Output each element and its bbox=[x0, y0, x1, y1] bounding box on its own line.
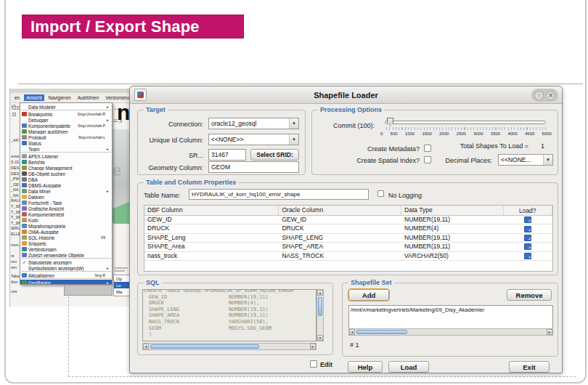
connections-icon bbox=[22, 247, 27, 251]
menu-item-dateien[interactable]: Dateien bbox=[20, 194, 112, 200]
menu-item-apex-listener[interactable]: APEX-Listener bbox=[20, 153, 112, 159]
commit-slider[interactable] bbox=[385, 121, 546, 124]
load-checkbox[interactable]: ✓ bbox=[524, 216, 531, 223]
menu-item-migrationsprojekte[interactable]: Migrationsprojekte bbox=[20, 223, 112, 229]
add-button[interactable]: Add bbox=[348, 289, 389, 301]
load-checkbox[interactable]: ✓ bbox=[524, 226, 531, 232]
shapefile-list-item[interactable]: /mnt/x/marketingvertrieb/Marketing/09_Di… bbox=[349, 306, 552, 314]
menu-item-data-miner[interactable]: Data Miner▸ bbox=[20, 188, 112, 194]
table-row[interactable]: SHAPE_LengSHAPE_LENGNUMBER(19,11)✓ bbox=[144, 234, 552, 243]
sql-vertical-scrollbar[interactable]: ▲ ▼ bbox=[317, 289, 324, 341]
menu-item-protokoll[interactable]: ProtokollStrg+Umschalt-L bbox=[20, 134, 112, 140]
create-metadata-checkbox[interactable] bbox=[424, 145, 431, 152]
close-icon[interactable]: ✕ bbox=[546, 91, 555, 100]
help-button[interactable]: Help bbox=[348, 361, 383, 373]
scroll-left-icon[interactable]: ◄ bbox=[349, 329, 355, 335]
tree-node-fragment: RAU bbox=[11, 198, 20, 203]
menu-item-breakpoints[interactable]: BreakpointsStrg+Umschalt-R bbox=[20, 111, 112, 117]
menu-item-label: Verbindungen bbox=[28, 247, 105, 252]
dialog-titlebar[interactable]: Shapefile Loader ↑ ✕ bbox=[130, 86, 562, 104]
load-button[interactable]: Load bbox=[388, 361, 429, 373]
menubar-item-navigieren[interactable]: Navigieren bbox=[46, 94, 73, 101]
submenu-item-fragment[interactable]: Lo bbox=[114, 282, 129, 288]
shapefile-loader-dialog: Shapefile Loader ↑ ✕ Target Connection: … bbox=[129, 86, 563, 373]
menu-item-zuletzt-verwendete-objekte[interactable]: Zuletzt verwendete Objekte bbox=[20, 252, 112, 258]
remove-button[interactable]: Remove bbox=[507, 289, 552, 301]
menu-item-label: Grafische Ansicht bbox=[28, 206, 105, 211]
migration-projects-icon bbox=[22, 224, 27, 228]
edit-checkbox[interactable] bbox=[310, 360, 317, 368]
placeholder-dashed-border bbox=[68, 376, 576, 377]
create-spatial-index-checkbox[interactable] bbox=[424, 156, 431, 163]
menu-item-status[interactable]: Status bbox=[20, 140, 112, 146]
scrollbar-thumb[interactable] bbox=[318, 297, 322, 316]
column-header-load[interactable]: Load? bbox=[504, 206, 552, 215]
menu-item-debugger[interactable]: Debugger▸ bbox=[20, 117, 112, 123]
sql-preview-textarea[interactable]: CREATE TABLE GEOSQL.HYDRAULIK_UF_KORR_HQ… bbox=[142, 289, 317, 341]
menu-item-georaptor[interactable]: GeoRaptor▸ bbox=[20, 280, 112, 285]
menu-item-symbolleisten-anzeigen-w[interactable]: Symbolleisten anzeigen(W)▸ bbox=[20, 265, 112, 271]
menu-item-komponententest[interactable]: Komponententest bbox=[20, 211, 112, 217]
menu-item-sql-historie[interactable]: SQL-HistorieF8 bbox=[20, 235, 112, 240]
sql-column-name: SHAPE_AREA bbox=[149, 312, 179, 318]
menu-item-berichte[interactable]: Berichte bbox=[20, 159, 112, 165]
scrollbar-thumb[interactable] bbox=[356, 330, 407, 334]
commit-slider-handle[interactable] bbox=[387, 118, 393, 126]
menubar-item-ansicht[interactable]: Ansicht bbox=[24, 94, 44, 101]
scroll-right-icon[interactable]: ► bbox=[310, 344, 316, 349]
submenu-item-fragment[interactable]: Op bbox=[114, 275, 129, 282]
table-name-input[interactable]: HYDRAULIK_uf_korr_hq100_error_shape bbox=[189, 189, 369, 200]
load-checkbox[interactable]: ✓ bbox=[524, 243, 531, 250]
chevron-down-icon: ▼ bbox=[289, 134, 298, 145]
menu-item-grafische-ansicht[interactable]: Grafische Ansicht bbox=[20, 206, 112, 211]
scroll-up-icon[interactable]: ▲ bbox=[317, 290, 323, 296]
load-checkbox[interactable]: ✓ bbox=[524, 235, 531, 241]
shapefile-list-horizontal-scrollbar[interactable]: ◄ ► bbox=[348, 328, 553, 336]
menu-item-komponentenpalette[interactable]: KomponentenpaletteStrg+Umschalt-P bbox=[20, 123, 112, 129]
exit-button[interactable]: Exit bbox=[509, 361, 550, 373]
tree-node-fragment: ren bbox=[11, 259, 17, 264]
table-row[interactable]: nass_trockNASS_TROCKVARCHAR2(50)✓ bbox=[144, 252, 552, 261]
menubar-item-ausf-hren[interactable]: Ausführen bbox=[75, 94, 102, 101]
menu-item-change-management[interactable]: Change Management bbox=[20, 165, 112, 171]
menu-item-data-modeler[interactable]: Data Modeler▸ bbox=[20, 104, 112, 110]
table-row[interactable]: DRUCKDRUCKNUMBER(4)✓ bbox=[144, 224, 552, 233]
table-row[interactable]: GEW_IDGEW_IDNUMBER(19,11)✓ bbox=[144, 216, 552, 224]
geometry-column-input[interactable]: GEOM bbox=[208, 161, 299, 173]
menu-item-statusleiste-anzeigen[interactable]: ✓Statusleiste anzeigen bbox=[20, 259, 112, 265]
decimal-places-combo[interactable]: <<NONE... ▼ bbox=[498, 154, 553, 166]
menu-item-aktualisieren[interactable]: AktualisierenStrg-R bbox=[20, 272, 112, 278]
tree-node-fragment: Ittor bbox=[11, 280, 17, 284]
scroll-right-icon[interactable]: ► bbox=[547, 329, 552, 335]
table-row[interactable]: SHAPE_AreaSHAPE_AREANUMBER(19,11)✓ bbox=[144, 243, 552, 251]
menu-item-dba[interactable]: DBA bbox=[20, 177, 112, 182]
unique-id-combo[interactable]: <<NONE>> ▼ bbox=[208, 134, 299, 145]
select-srid-button[interactable]: Select SRID: bbox=[250, 149, 299, 161]
scroll-left-icon[interactable]: ◄ bbox=[143, 344, 149, 349]
scroll-down-icon[interactable]: ▼ bbox=[317, 335, 323, 341]
menu-item-label: Status bbox=[28, 141, 105, 146]
menu-item-shortcut: Strg+Umschalt-R bbox=[78, 112, 105, 116]
no-logging-checkbox[interactable] bbox=[377, 190, 384, 197]
column-header-data-type[interactable]: Data Type bbox=[401, 206, 504, 215]
connection-combo[interactable]: oracle12_geosql ▼ bbox=[208, 118, 299, 129]
menu-item-korb[interactable]: Korb bbox=[20, 217, 112, 223]
menu-item-fortschritt-task[interactable]: Fortschritt - Task bbox=[20, 200, 112, 206]
menu-item-team[interactable]: Team▸ bbox=[20, 146, 112, 152]
menu-item-manager-ausf-hren[interactable]: Manager ausführen bbox=[20, 129, 112, 134]
menu-item-owa-ausgabe[interactable]: OWA-Ausgabe bbox=[20, 229, 112, 235]
menu-item-dbms-ausgabe[interactable]: DBMS-Ausgabe bbox=[20, 182, 112, 188]
menu-item-db-objekt-suchen[interactable]: DB-Objekt suchen bbox=[20, 171, 112, 177]
sql-horizontal-scrollbar[interactable]: ◄ ► bbox=[142, 343, 317, 350]
column-header-oracle-column[interactable]: Oracle Column bbox=[279, 206, 401, 215]
maximize-icon[interactable]: ↑ bbox=[534, 91, 544, 100]
submenu-item-fragment[interactable]: Ma bbox=[114, 288, 129, 295]
scrollbar-thumb[interactable] bbox=[150, 344, 259, 349]
column-header-dbf-column[interactable]: DBF Column bbox=[144, 206, 279, 215]
sql-column-type: MDSYS.SDO_GEOM bbox=[229, 325, 271, 331]
menu-item-verbindungen[interactable]: Verbindungen bbox=[20, 246, 112, 252]
dbms-output-icon bbox=[22, 183, 27, 187]
srid-input[interactable]: 31467 bbox=[208, 149, 246, 161]
menu-item-snippets[interactable]: Snippets bbox=[20, 240, 112, 246]
load-checkbox[interactable]: ✓ bbox=[524, 253, 531, 259]
